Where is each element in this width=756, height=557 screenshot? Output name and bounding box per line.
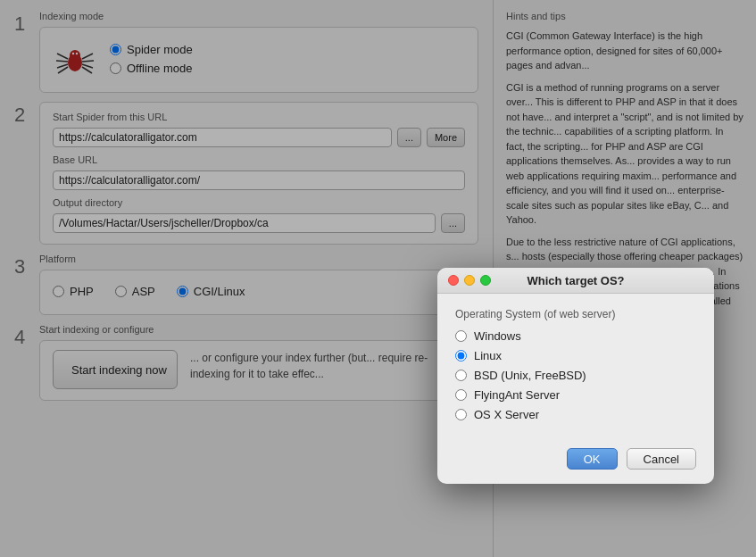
modal-overlay: Which target OS? Operating System (of we… <box>0 0 756 557</box>
ok-button[interactable]: OK <box>567 448 618 470</box>
modal-body: Operating System (of web server) Windows… <box>437 294 714 448</box>
os-bsd-option[interactable]: BSD (Unix, FreeBSD) <box>455 369 696 382</box>
os-flyingant-radio[interactable] <box>455 389 467 401</box>
os-flyingant-option[interactable]: FlyingAnt Server <box>455 388 696 402</box>
modal-section-label: Operating System (of web server) <box>455 308 696 320</box>
minimize-button[interactable] <box>464 275 475 286</box>
traffic-lights <box>448 275 491 286</box>
os-bsd-radio[interactable] <box>455 370 467 381</box>
modal-footer: OK Cancel <box>437 448 714 484</box>
os-linux-option[interactable]: Linux <box>455 349 696 362</box>
os-flyingant-label: FlyingAnt Server <box>474 388 560 402</box>
modal-titlebar: Which target OS? <box>437 268 714 294</box>
close-button[interactable] <box>448 275 459 286</box>
os-osx-label: OS X Server <box>474 408 539 421</box>
os-windows-radio[interactable] <box>455 330 467 342</box>
cancel-button[interactable]: Cancel <box>627 448 696 470</box>
os-bsd-label: BSD (Unix, FreeBSD) <box>474 369 586 382</box>
os-windows-label: Windows <box>474 329 521 343</box>
maximize-button[interactable] <box>480 275 491 286</box>
os-linux-label: Linux <box>474 349 502 362</box>
os-windows-option[interactable]: Windows <box>455 329 696 343</box>
os-osx-option[interactable]: OS X Server <box>455 408 696 421</box>
os-linux-radio[interactable] <box>455 350 467 362</box>
modal-radio-group: Windows Linux BSD (Unix, FreeBSD) Flying… <box>455 329 696 421</box>
os-osx-radio[interactable] <box>455 409 467 420</box>
modal-dialog: Which target OS? Operating System (of we… <box>437 268 714 484</box>
